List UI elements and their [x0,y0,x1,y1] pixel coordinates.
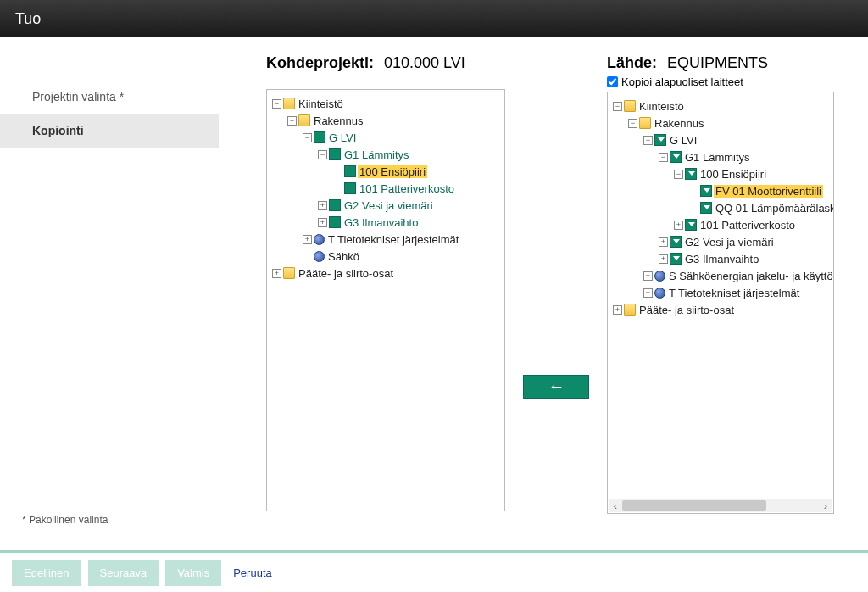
spacer [689,187,698,196]
target-label: Kohdeprojekti: [266,54,374,72]
source-value: EQUIPMENTS [667,54,768,72]
collapse-icon[interactable]: − [303,133,312,142]
transfer-column: 🡐 [505,54,607,550]
expand-icon[interactable]: + [272,269,281,278]
category-icon [670,253,682,265]
expand-icon[interactable]: + [674,221,683,230]
done-button[interactable]: Valmis [165,560,221,586]
copy-sub-label: Kopioi alapuoliset laitteet [621,75,743,88]
horizontal-scrollbar[interactable]: ‹ › [609,499,832,512]
collapse-icon[interactable]: − [318,150,327,159]
tree-node[interactable]: G2 Vesi ja viemäri [342,199,435,212]
tree-node[interactable]: G3 Ilmanvaihto [342,216,420,229]
collapse-icon[interactable]: − [287,116,297,126]
collapse-icon[interactable]: − [643,136,653,145]
sidebar-item-label: Kopiointi [32,124,84,137]
tree-node[interactable]: G1 Lämmitys [683,151,752,164]
scrollbar-track[interactable] [622,499,819,512]
window-title: Tuo [15,10,41,28]
tree-node[interactable]: G3 Ilmanvaihto [683,253,760,265]
expand-icon[interactable]: + [659,237,668,247]
tree-node[interactable]: Kiinteistö [297,98,345,110]
expand-icon[interactable]: + [613,305,622,315]
collapse-icon[interactable]: − [613,102,622,111]
required-note: * Pakollinen valinta [22,514,108,526]
tree-node[interactable]: 101 Patteriverkosto [698,219,797,232]
target-value: 010.000 LVI [384,54,465,72]
expand-icon[interactable]: + [643,271,653,281]
tree-node[interactable]: Pääte- ja siirto-osat [297,267,395,280]
collapse-icon[interactable]: − [272,99,281,109]
next-button[interactable]: Seuraava [88,560,159,586]
main-panel: Kohdeprojekti: 010.000 LVI − Kiinteistö … [219,37,868,550]
tree-node[interactable]: S Sähköenergian jakelu- ja käyttöjärjest… [667,270,834,282]
folder-icon [283,267,295,279]
collapse-icon[interactable]: − [674,170,683,179]
sidebar-item-label: Projektin valinta * [32,90,124,103]
source-label: Lähde: [607,54,657,72]
category-icon [344,182,356,194]
copy-sub-input[interactable] [607,76,618,87]
source-heading: Lähde: EQUIPMENTS [607,54,834,72]
category-icon [314,131,326,143]
body: Projektin valinta * Kopiointi * Pakollin… [0,37,868,550]
tree-node-selected[interactable]: 100 Ensiöpiiri [358,165,427,178]
tree-node[interactable]: Sähkö [326,250,361,263]
folder-icon [624,100,636,112]
expand-icon[interactable]: + [303,235,312,244]
tree-node[interactable]: G LVI [327,131,358,144]
system-icon [314,251,325,262]
prev-button[interactable]: Edellinen [12,560,81,586]
source-tree[interactable]: − Kiinteistö − Rakennus − [607,92,834,514]
spacer [689,204,698,213]
collapse-icon[interactable]: − [659,153,668,162]
cancel-button[interactable]: Peruuta [233,567,272,579]
equipment-icon [700,185,712,197]
tree-node[interactable]: 101 Patteriverkosto [358,182,456,195]
equipment-icon [700,202,712,214]
spacer [333,167,342,176]
tree-node[interactable]: G1 Lämmitys [342,148,411,161]
tree-node[interactable]: Rakennus [653,117,706,130]
target-tree[interactable]: − Kiinteistö − Rakennus − [266,89,505,511]
wizard-footer: Edellinen Seuraava Valmis Peruuta [0,553,868,592]
transfer-left-button[interactable]: 🡐 [523,375,589,399]
category-icon [329,216,341,228]
folder-icon [624,304,636,316]
tree-node[interactable]: Kiinteistö [637,100,686,113]
tree-node[interactable]: Pääte- ja siirto-osat [637,304,736,316]
category-icon [670,151,682,163]
sidebar-item-kopiointi[interactable]: Kopiointi [0,114,219,148]
category-icon [654,134,666,146]
copy-sub-checkbox[interactable]: Kopioi alapuoliset laitteet [607,75,834,88]
tree-node[interactable]: G2 Vesi ja viemäri [683,236,776,249]
scrollbar-thumb[interactable] [622,500,766,511]
wizard-sidebar: Projektin valinta * Kopiointi * Pakollin… [0,37,219,550]
tree-node[interactable]: T Tietotekniset järjestelmät [667,287,801,299]
spacer [303,252,312,261]
folder-icon [283,98,295,109]
scroll-right-icon[interactable]: › [819,499,832,512]
tree-node[interactable]: Rakennus [312,114,365,127]
folder-icon [639,117,651,129]
expand-icon[interactable]: + [643,288,653,298]
expand-icon[interactable]: + [659,254,668,264]
category-icon [344,165,356,177]
collapse-icon[interactable]: − [628,119,637,128]
category-icon [670,236,682,248]
system-icon [314,234,325,245]
tree-node[interactable]: T Tietotekniset järjestelmät [326,233,460,246]
tree-node[interactable]: QQ 01 Lämpömäärälaskuri [714,202,834,215]
sidebar-item-projektin-valinta[interactable]: Projektin valinta * [0,80,219,114]
target-column: Kohdeprojekti: 010.000 LVI − Kiinteistö … [266,54,505,550]
tree-node-selected[interactable]: FV 01 Moottoriventtiili [714,185,823,198]
expand-icon[interactable]: + [318,218,327,227]
tree-node[interactable]: G LVI [668,134,698,147]
tree-node[interactable]: 100 Ensiöpiiri [698,168,768,181]
scroll-left-icon[interactable]: ‹ [609,499,622,512]
category-icon [685,168,697,180]
expand-icon[interactable]: + [318,201,327,210]
spacer [333,184,342,193]
system-icon [654,288,665,299]
arrow-left-icon: 🡐 [551,381,562,394]
